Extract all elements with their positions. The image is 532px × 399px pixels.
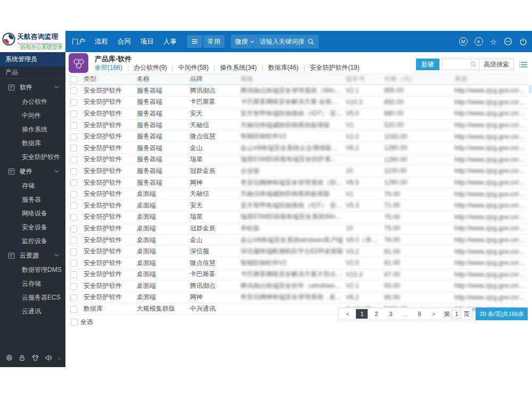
- collapse-arrow-icon[interactable]: ‹: [59, 355, 61, 361]
- sidebar-item-0-4[interactable]: 安全防护软件: [0, 150, 65, 164]
- oa-login-link[interactable]: · 协同办公系统登录: [17, 44, 63, 51]
- nav-item-4[interactable]: 人事: [163, 37, 177, 46]
- row-checkbox[interactable]: [70, 294, 77, 301]
- tab-5[interactable]: 安全防护软件(19): [310, 63, 359, 72]
- row-checkbox[interactable]: [70, 179, 77, 186]
- list-view-icon[interactable]: [519, 61, 528, 68]
- row-checkbox[interactable]: [70, 283, 77, 290]
- message-badge-icon[interactable]: e: [475, 37, 483, 46]
- sidebar-item-2-3[interactable]: 云通讯: [0, 304, 65, 318]
- sidebar-item-2-2[interactable]: 云服务器ECS: [0, 290, 65, 304]
- search-icon[interactable]: [307, 38, 314, 45]
- row-checkbox[interactable]: [70, 156, 77, 163]
- table-row[interactable]: 安全防护软件桌面端卡巴斯基卡巴斯基网络安全解决方案大型企业版 针对工作站 · K…: [69, 269, 528, 280]
- page-size-info[interactable]: 20 条/页|共166条: [476, 307, 528, 320]
- table-row[interactable]: 安全防护软件桌面端冠群金辰单机版1075.00http://www.zjcg.g…: [69, 223, 528, 235]
- page-button-1[interactable]: 1: [356, 309, 368, 319]
- more-icon[interactable]: [504, 37, 512, 46]
- row-checkbox[interactable]: [70, 145, 77, 152]
- sidebar-item-2-1[interactable]: 云存储: [0, 277, 65, 290]
- row-checkbox[interactable]: [70, 134, 77, 140]
- volume-icon[interactable]: [45, 354, 53, 362]
- sidebar-group-1[interactable]: 硬件: [0, 164, 65, 179]
- row-checkbox[interactable]: [70, 214, 77, 221]
- sidebar-item-0-1[interactable]: 中间件: [0, 109, 65, 122]
- table-row[interactable]: 安全防护软件服务器端金山金山V8终端安全系统企业增强版Windows服务器版V6…: [69, 142, 528, 154]
- sidebar-section-product[interactable]: 产品: [0, 66, 65, 79]
- row-checkbox[interactable]: [70, 87, 77, 94]
- quick-menu-button[interactable]: 常用: [203, 35, 225, 48]
- tab-2[interactable]: 中间件(58): [178, 63, 209, 72]
- select-all-checkbox[interactable]: [71, 319, 78, 326]
- sidebar-item-1-4[interactable]: 监控设备: [0, 234, 65, 248]
- table-row[interactable]: 安全防护软件服务器端安天安天智甲终端防御系统（IOT）·安天编码防御站V5.08…: [69, 108, 528, 120]
- search-scope-dropdown[interactable]: 微搜: [235, 37, 254, 46]
- nav-item-1[interactable]: 流程: [95, 37, 108, 46]
- scrollbar-thumb[interactable]: [529, 85, 531, 94]
- gear-icon[interactable]: [5, 354, 13, 362]
- row-checkbox[interactable]: [70, 306, 77, 313]
- table-row[interactable]: 安全防护软件桌面端天融信天融信终端威胁防御系统标准版V175.00http://…: [69, 188, 528, 200]
- nav-item-0[interactable]: 门户: [72, 37, 85, 46]
- row-checkbox[interactable]: [70, 237, 77, 244]
- table-search-input[interactable]: [443, 60, 468, 69]
- tab-4[interactable]: 数据库(46): [268, 63, 298, 72]
- search-icon[interactable]: [468, 61, 479, 68]
- table-row[interactable]: 安全防护软件服务器端腾讯御点腾讯御点终端安全管理系统（Windows版）V2.1…: [69, 85, 528, 96]
- table-row[interactable]: 安全防护软件桌面端网神奇安信网神终端安全管理系统 · 桌面版V6.295.00h…: [69, 292, 528, 303]
- row-checkbox[interactable]: [70, 122, 77, 129]
- table-row[interactable]: 安全防护软件桌面端腾讯御点腾讯御点终端安全软件（windows版）V2.1V2.…: [69, 280, 528, 292]
- new-button[interactable]: 新建: [416, 59, 439, 70]
- table-row[interactable]: 安全防护软件服务器端卡巴斯基卡巴斯基网络安全解决方案 全面防御大中型 针对服务器…: [69, 96, 528, 108]
- page-button-9[interactable]: 9: [413, 309, 425, 319]
- tab-0[interactable]: 全部(166): [95, 63, 122, 72]
- sidebar-item-1-0[interactable]: 存储: [0, 179, 65, 193]
- sidebar-group-0[interactable]: 软件: [0, 80, 65, 95]
- theme-shirt-icon[interactable]: [31, 354, 39, 362]
- lock-icon[interactable]: [18, 354, 26, 362]
- table-row[interactable]: 安全防护软件桌面端深信服深信服终端检测响应平台EDR桌面版V3.281.00ht…: [69, 246, 528, 257]
- sidebar-item-1-1[interactable]: 服务器: [0, 193, 65, 206]
- table-row[interactable]: 安全防护软件桌面端金山金山V8终端安全系统windows客户端V8.0（单机版）…: [69, 234, 528, 246]
- power-icon[interactable]: [519, 38, 527, 46]
- sidebar-item-0-2[interactable]: 操作系统: [0, 122, 65, 136]
- m-badge-icon[interactable]: M: [459, 37, 468, 46]
- table-row[interactable]: 安全防护软件服务器端天融信天融信终端威胁防御系统标准版V1520.00http:…: [69, 119, 528, 131]
- row-checkbox[interactable]: [70, 202, 77, 209]
- sidebar-group-2[interactable]: 云资源: [0, 248, 65, 263]
- row-checkbox[interactable]: [70, 271, 77, 278]
- row-checkbox[interactable]: [70, 226, 77, 232]
- row-checkbox[interactable]: [70, 111, 77, 118]
- global-search-input[interactable]: [259, 37, 307, 46]
- select-all-header-checkbox[interactable]: [70, 76, 77, 83]
- star-icon[interactable]: ☆: [490, 38, 497, 46]
- prev-page-button[interactable]: <: [342, 309, 353, 319]
- tab-3[interactable]: 操作系统(34): [220, 63, 256, 72]
- tab-1[interactable]: 办公软件(9): [134, 63, 167, 72]
- table-row[interactable]: 安全防护软件桌面端安天安天智甲终端防御系统（IOT）·安天编码防御站V5.371…: [69, 200, 528, 211]
- page-button-2[interactable]: 2: [370, 309, 382, 319]
- row-checkbox[interactable]: [70, 191, 77, 198]
- page-jump-box[interactable]: 1: [452, 310, 461, 319]
- row-checkbox[interactable]: [70, 99, 77, 106]
- advanced-search-button[interactable]: 高级搜索: [479, 59, 513, 70]
- row-checkbox[interactable]: [70, 248, 77, 255]
- next-page-button[interactable]: >: [428, 309, 439, 319]
- row-checkbox[interactable]: [70, 168, 77, 175]
- menu-grid-button[interactable]: [187, 35, 202, 48]
- sidebar-item-0-3[interactable]: 数据库: [0, 136, 65, 150]
- nav-item-2[interactable]: 合同: [118, 37, 131, 46]
- row-checkbox[interactable]: [70, 260, 77, 267]
- table-row[interactable]: 安全防护软件桌面端微点佰慧智能防御软件V2V2.081.00http://www…: [69, 257, 528, 269]
- page-button-3[interactable]: 3: [385, 309, 396, 319]
- table-row[interactable]: 安全防护软件服务器端微点佰慧智能防御软件V2V2.01030.00http://…: [69, 131, 528, 143]
- sidebar-item-2-0[interactable]: 数据管理DMS: [0, 263, 65, 277]
- table-row[interactable]: 安全防护软件服务器端网神奇安信网神终端安全管理系统（防病毒版）V6.51290.…: [69, 177, 528, 188]
- sidebar-item-1-2[interactable]: 网络设备: [0, 206, 65, 220]
- table-row[interactable]: 安全防护软件服务器端冠群金辰企业版101100.00http://www.zjc…: [69, 165, 528, 177]
- table-row[interactable]: 安全防护软件桌面端瑞星瑞星ESM防病毒终端安全系统Windows桌面版75.00…: [69, 211, 528, 223]
- nav-item-3[interactable]: 项目: [140, 37, 154, 46]
- table-row[interactable]: 安全防护软件服务器端瑞星瑞星ESM防病毒终端安全防护系统Windows版·网络服…: [69, 154, 528, 165]
- sidebar-item-1-3[interactable]: 安全设备: [0, 220, 65, 234]
- sidebar-item-0-0[interactable]: 办公软件: [0, 95, 65, 109]
